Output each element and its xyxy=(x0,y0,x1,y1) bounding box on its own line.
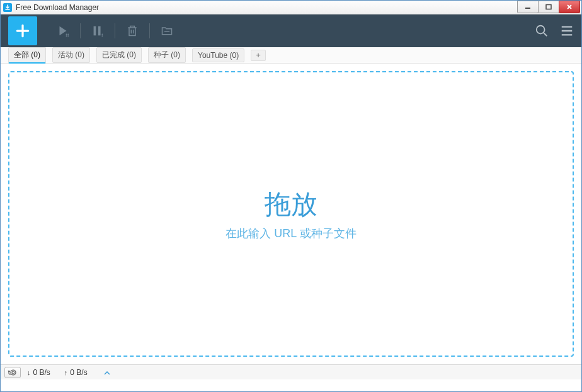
drop-zone-title: 拖放 xyxy=(265,187,317,222)
svg-point-12 xyxy=(12,371,14,374)
svg-rect-7 xyxy=(98,26,101,36)
minimize-button[interactable] xyxy=(517,1,539,13)
start-button[interactable] xyxy=(50,20,76,42)
add-filter-button[interactable]: + xyxy=(251,50,266,61)
download-speed-value: 0 B/s xyxy=(33,368,50,377)
svg-point-9 xyxy=(101,35,103,36)
svg-point-3 xyxy=(67,34,69,35)
status-bar: ↓ 0 B/s ↑ 0 B/s xyxy=(1,364,581,379)
upload-speed: ↑ 0 B/s xyxy=(64,368,88,377)
main-toolbar xyxy=(1,14,581,47)
maximize-button[interactable] xyxy=(538,1,559,13)
download-list-area: 拖放 在此输入 URL 或种子文件 xyxy=(1,64,581,364)
app-icon xyxy=(3,3,12,12)
close-button[interactable] xyxy=(559,1,580,13)
svg-point-2 xyxy=(66,34,67,35)
search-button[interactable] xyxy=(535,24,549,38)
toolbar-separator xyxy=(115,23,115,38)
filter-tab-youtube[interactable]: YouTube (0) xyxy=(192,48,244,62)
svg-rect-6 xyxy=(94,26,96,36)
snail-mode-button[interactable] xyxy=(4,367,21,378)
toolbar-separator xyxy=(80,23,81,38)
collapse-status-button[interactable] xyxy=(104,369,110,376)
svg-point-10 xyxy=(537,26,545,34)
pause-button[interactable] xyxy=(84,20,111,42)
svg-point-5 xyxy=(67,35,69,36)
menu-button[interactable] xyxy=(560,24,574,38)
svg-point-8 xyxy=(101,34,103,35)
filter-tab-all[interactable]: 全部 (0) xyxy=(8,47,46,64)
delete-button[interactable] xyxy=(119,20,146,42)
upload-speed-value: 0 B/s xyxy=(70,368,87,377)
svg-point-4 xyxy=(66,35,67,36)
filter-tab-completed[interactable]: 已完成 (0) xyxy=(96,47,142,63)
download-speed: ↓ 0 B/s xyxy=(27,368,50,377)
drop-zone-subtitle: 在此输入 URL 或种子文件 xyxy=(225,226,356,241)
drop-zone[interactable]: 拖放 在此输入 URL 或种子文件 xyxy=(8,71,574,357)
window-title: Free Download Manager xyxy=(16,3,99,12)
download-arrow-icon: ↓ xyxy=(27,369,31,376)
titlebar: Free Download Manager xyxy=(1,1,581,14)
add-download-button[interactable] xyxy=(8,16,37,45)
svg-rect-1 xyxy=(546,5,551,9)
svg-point-11 xyxy=(11,370,16,375)
filter-tab-active[interactable]: 活动 (0) xyxy=(52,47,90,63)
open-folder-button[interactable] xyxy=(154,20,180,42)
toolbar-separator xyxy=(149,23,150,38)
svg-rect-0 xyxy=(525,8,530,9)
filter-tabs: 全部 (0) 活动 (0) 已完成 (0) 种子 (0) YouTube (0)… xyxy=(1,47,581,64)
upload-arrow-icon: ↑ xyxy=(64,369,68,376)
filter-tab-torrent[interactable]: 种子 (0) xyxy=(148,47,186,63)
